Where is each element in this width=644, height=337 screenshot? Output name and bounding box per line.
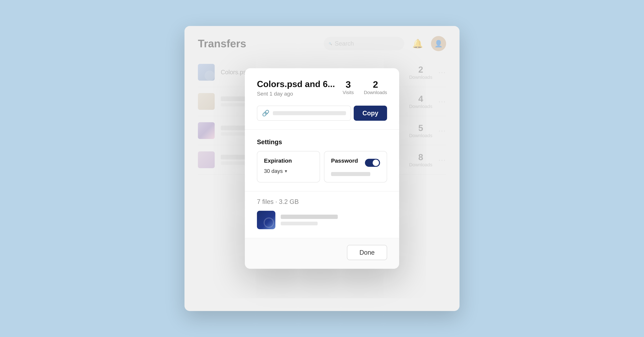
- modal-title: Colors.psd and 6...: [257, 79, 343, 89]
- password-header: Password: [331, 158, 380, 168]
- visits-stat: 3 Visits: [343, 79, 354, 95]
- done-button[interactable]: Done: [347, 245, 387, 260]
- files-count: 7 files: [257, 198, 274, 205]
- modal-body: Colors.psd and 6... Sent 1 day ago 3 Vis…: [245, 68, 399, 229]
- settings-title: Settings: [257, 138, 387, 146]
- modal-title-section: Colors.psd and 6... Sent 1 day ago: [257, 79, 343, 97]
- link-icon: 🔗: [262, 110, 270, 117]
- link-url-placeholder: [273, 111, 346, 115]
- password-label: Password: [331, 158, 358, 164]
- link-input[interactable]: 🔗: [257, 106, 351, 121]
- file-name-placeholder: [281, 214, 338, 219]
- visits-count: 3: [346, 79, 351, 90]
- modal-footer: Done: [245, 238, 399, 269]
- modal-overlay: Colors.psd and 6... Sent 1 day ago 3 Vis…: [184, 26, 460, 311]
- toggle-knob: [373, 160, 379, 166]
- files-divider: [245, 191, 399, 192]
- downloads-count: 2: [373, 79, 378, 90]
- password-toggle[interactable]: [365, 159, 380, 167]
- files-size: 3.2 GB: [279, 198, 299, 205]
- password-placeholder: [331, 172, 370, 176]
- downloads-label: Downloads: [364, 90, 387, 95]
- files-size-separator: ·: [276, 198, 279, 205]
- copy-button[interactable]: Copy: [354, 106, 387, 121]
- file-info: [281, 214, 387, 225]
- settings-cards: Expiration 30 days ▾ Password: [257, 151, 387, 182]
- file-thumbnail: [257, 211, 276, 229]
- link-row: 🔗 Copy: [257, 106, 387, 121]
- modal-sent-ago: Sent 1 day ago: [257, 91, 343, 97]
- files-header: 7 files · 3.2 GB: [257, 198, 387, 206]
- expiration-card: Expiration 30 days ▾: [257, 151, 320, 182]
- expiration-label: Expiration: [264, 158, 313, 164]
- downloads-stat: 2 Downloads: [364, 79, 387, 95]
- modal-header: Colors.psd and 6... Sent 1 day ago 3 Vis…: [257, 79, 387, 97]
- transfer-detail-modal: Colors.psd and 6... Sent 1 day ago 3 Vis…: [245, 68, 399, 269]
- file-size-placeholder: [281, 222, 318, 225]
- visits-label: Visits: [343, 90, 354, 95]
- section-divider: [245, 130, 399, 130]
- expiration-select[interactable]: 30 days ▾: [264, 168, 313, 174]
- app-window: Transfers 🔍 Search 🔔 👤 Colors.ps 2 Downl…: [184, 26, 460, 311]
- expiration-value: 30 days: [264, 168, 283, 174]
- password-card: Password: [324, 151, 387, 182]
- file-item: [257, 211, 387, 229]
- chevron-down-icon: ▾: [285, 168, 287, 174]
- modal-stats: 3 Visits 2 Downloads: [343, 79, 387, 95]
